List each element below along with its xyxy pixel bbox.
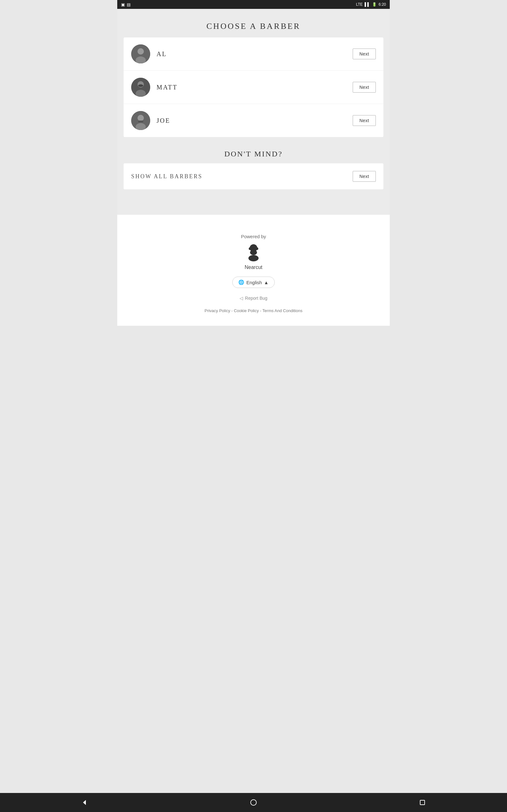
main-content: CHOOSE A BARBER AL Next	[117, 9, 390, 215]
nearcut-brand: Nearcut	[124, 264, 383, 270]
barber-name-al: AL	[157, 50, 353, 58]
footer-links: Privacy Policy - Cookie Policy - Terms A…	[124, 308, 383, 313]
next-button-al[interactable]: Next	[353, 49, 376, 59]
dropdown-arrow-icon: ▲	[264, 280, 269, 285]
report-bug-label: Report Bug	[245, 296, 268, 301]
bottom-nav	[117, 793, 390, 812]
svg-point-1	[137, 48, 144, 55]
barbers-section: AL Next MATT Next	[124, 38, 383, 137]
privacy-policy-link[interactable]: Privacy Policy	[205, 308, 230, 313]
terms-conditions-link[interactable]: Terms And Conditions	[262, 308, 302, 313]
next-button-matt[interactable]: Next	[353, 82, 376, 93]
language-button[interactable]: 🌐 English ▲	[232, 276, 274, 288]
svg-point-13	[248, 255, 259, 261]
show-all-label: SHOW ALL BARBERS	[131, 173, 353, 180]
svg-point-6	[138, 84, 143, 87]
barber-name-joe: JOE	[157, 117, 353, 124]
lte-icon: LTE	[356, 2, 363, 7]
globe-icon: 🌐	[238, 280, 244, 285]
status-left-icons: ▣ ▤	[121, 2, 130, 7]
dash-2: -	[260, 308, 262, 313]
status-bar: ▣ ▤ LTE ▌▌ 🔋 6:20	[117, 0, 390, 9]
avatar-matt	[131, 78, 150, 97]
svg-point-12	[250, 250, 257, 255]
dash-1: -	[231, 308, 234, 313]
barber-row-joe: JOE Next	[124, 104, 383, 137]
svg-point-17	[250, 800, 257, 805]
svg-point-8	[137, 115, 144, 121]
next-button-joe[interactable]: Next	[353, 115, 376, 126]
report-bug-row: ◁ Report Bug	[124, 296, 383, 301]
app-icon-2: ▤	[127, 2, 130, 7]
page-title: CHOOSE A BARBER	[124, 21, 383, 31]
avatar-al	[131, 44, 150, 63]
signal-icon: ▌▌	[365, 2, 370, 7]
home-button[interactable]	[244, 796, 263, 809]
battery-icon: 🔋	[372, 2, 377, 7]
avatar-joe	[131, 111, 150, 130]
language-label: English	[246, 280, 262, 285]
next-button-show-all[interactable]: Next	[353, 171, 376, 182]
show-all-section: SHOW ALL BARBERS Next	[124, 163, 383, 189]
nearcut-logo	[244, 242, 263, 261]
barber-row-matt: MATT Next	[124, 71, 383, 104]
barber-row-al: AL Next	[124, 38, 383, 71]
status-right-icons: LTE ▌▌ 🔋 6:20	[356, 2, 386, 7]
cookie-policy-link[interactable]: Cookie Policy	[234, 308, 259, 313]
svg-rect-10	[138, 120, 143, 122]
dont-mind-title: DON'T MIND?	[124, 150, 383, 158]
show-all-row: SHOW ALL BARBERS Next	[124, 163, 383, 189]
send-icon: ◁	[239, 296, 243, 301]
svg-point-15	[257, 247, 258, 250]
barber-name-matt: MATT	[157, 84, 353, 91]
footer-section: Powered by Nearcut 🌐 English ▲ ◁ Report …	[117, 215, 390, 326]
app-icon-1: ▣	[121, 2, 125, 7]
svg-point-14	[249, 247, 250, 250]
powered-by-text: Powered by	[124, 234, 383, 239]
gray-bottom-area	[117, 326, 390, 421]
time-display: 6:20	[379, 2, 386, 7]
